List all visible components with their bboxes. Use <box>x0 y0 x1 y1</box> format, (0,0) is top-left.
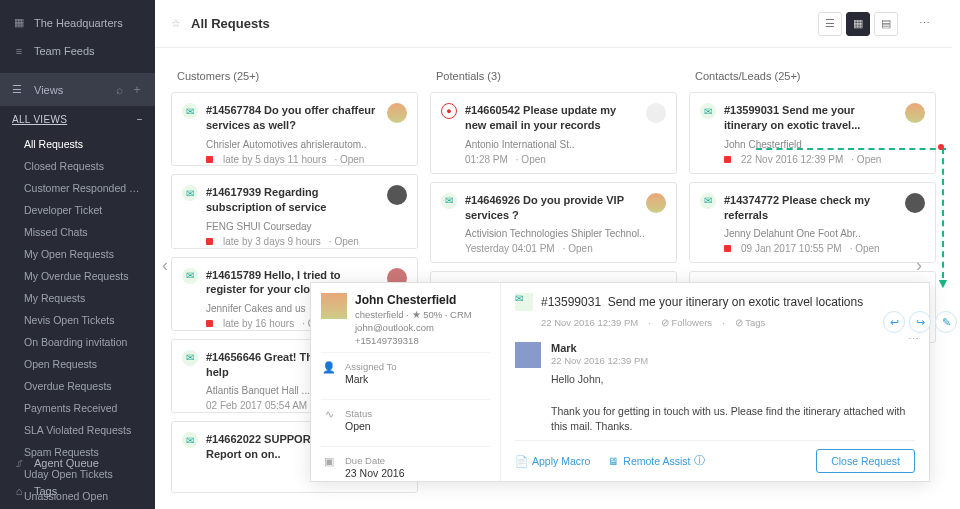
ticket-title: #13599031 Send me your itinerary on exot… <box>541 295 863 309</box>
ticket-footer: 📄 Apply Macro 🖥 Remote Assist ⓘ Close Re… <box>515 440 915 473</box>
view-item[interactable]: Payments Received <box>0 397 155 419</box>
reply-icon[interactable]: ↩ <box>883 311 905 333</box>
search-icon[interactable]: ⌕ <box>116 83 123 97</box>
sla-indicator-icon <box>206 320 213 327</box>
envelope-icon: ✉ <box>441 193 457 209</box>
card-meta: Antonio International St.. <box>441 139 666 150</box>
feed-icon: ≡ <box>12 45 26 57</box>
star-icon[interactable]: ☆ <box>171 17 181 30</box>
contact-email: john@outlook.com <box>355 322 472 333</box>
user-icon: 👤 <box>321 361 337 374</box>
sla-indicator-icon <box>724 156 731 163</box>
ticket-card[interactable]: ✉#14374772 Please check my referralsJenn… <box>689 182 936 264</box>
message-more-icon[interactable]: ⋯ <box>908 333 919 346</box>
view-item[interactable]: Nevis Open Tickets <box>0 309 155 331</box>
message-from: Mark <box>551 342 577 354</box>
remote-assist-button[interactable]: 🖥 Remote Assist ⓘ <box>608 454 705 468</box>
avatar <box>321 293 347 319</box>
views-header: ☰ Views ⌕ ＋ <box>0 73 155 106</box>
view-item[interactable]: On Boarding invitation <box>0 331 155 353</box>
card-title: #14617939 Regarding subscription of serv… <box>206 185 379 215</box>
card-footer: late by 5 days 11 hours· Open <box>182 154 407 165</box>
apply-macro-button[interactable]: 📄 Apply Macro <box>515 455 590 468</box>
conversation-panel: ✉ #13599031 Send me your itinerary on ex… <box>501 283 929 481</box>
avatar <box>646 193 666 213</box>
scroll-right-icon[interactable]: › <box>916 255 936 275</box>
team-feeds[interactable]: ≡Team Feeds <box>0 37 155 65</box>
ticket-card[interactable]: ✉#14646926 Do you provide VIP services ?… <box>430 182 677 264</box>
view-item[interactable]: SLA Violated Requests <box>0 419 155 441</box>
board-view-button[interactable]: ▦ <box>846 12 870 36</box>
callout-connector <box>756 148 946 150</box>
ticket-card[interactable]: ✉#13599031 Send me your itinerary on exo… <box>689 92 936 174</box>
calendar-icon: ▣ <box>321 455 337 468</box>
view-item[interactable]: Overdue Requests <box>0 375 155 397</box>
view-item[interactable]: All Requests <box>0 133 155 155</box>
grid-icon: ▦ <box>12 16 26 29</box>
envelope-icon: ✉ <box>700 103 716 119</box>
close-request-button[interactable]: Close Request <box>816 449 915 473</box>
classic-view-button[interactable]: ▤ <box>874 12 898 36</box>
ticket-card[interactable]: ✉#14617939 Regarding subscription of ser… <box>171 174 418 248</box>
view-item[interactable]: Developer Ticket <box>0 199 155 221</box>
view-item[interactable]: Open Requests <box>0 353 155 375</box>
all-views-link[interactable]: ALL VIEWS− <box>0 106 155 133</box>
ticket-actions: ↩ ↪ ✎ <box>883 311 957 333</box>
add-view-icon[interactable]: ＋ <box>131 81 143 98</box>
more-menu-icon[interactable]: ⋯ <box>912 12 936 36</box>
view-item[interactable]: Closed Requests <box>0 155 155 177</box>
contact-name: John Chesterfield <box>355 293 472 307</box>
envelope-icon: ✉ <box>182 103 198 119</box>
ticket-card[interactable]: ●#14660542 Please update my new email in… <box>430 92 677 174</box>
ticket-card[interactable]: ✉#14567784 Do you offer chaffeur service… <box>171 92 418 166</box>
envelope-icon: ✉ <box>182 268 198 284</box>
card-meta: FENG SHUI Courseday <box>182 221 407 232</box>
comment-icon[interactable]: ✎ <box>935 311 957 333</box>
view-item[interactable]: My Requests <box>0 287 155 309</box>
tags-nav[interactable]: ⌂Tags <box>0 477 155 505</box>
card-footer: 01:28 PM· Open <box>441 154 666 165</box>
list-view-button[interactable]: ☰ <box>818 12 842 36</box>
contact-meta: chesterfield · ★ 50% · CRM <box>355 309 472 320</box>
status-icon: ∿ <box>321 408 337 421</box>
avatar <box>515 342 541 368</box>
new-badge-icon: ● <box>441 103 457 119</box>
contact-phone: +15149739318 <box>355 335 472 346</box>
due-value[interactable]: 23 Nov 2016 <box>345 467 405 479</box>
avatar <box>905 103 925 123</box>
avatar <box>646 103 666 123</box>
org-switcher[interactable]: ▦The Headquarters <box>0 8 155 37</box>
view-item[interactable]: My Overdue Requests <box>0 265 155 287</box>
view-item[interactable]: Missed Chats <box>0 221 155 243</box>
envelope-icon: ✉ <box>515 293 533 311</box>
tags-link[interactable]: ⊘ Tags <box>735 317 766 328</box>
avatar <box>387 103 407 123</box>
tag-icon: ⌂ <box>12 485 26 497</box>
forward-icon[interactable]: ↪ <box>909 311 931 333</box>
column-header: Customers (25+) <box>171 64 418 92</box>
avatar <box>387 185 407 205</box>
column-header: Contacts/Leads (25+) <box>689 64 936 92</box>
arrow-down-icon: ▼ <box>936 275 950 291</box>
contact-panel: John Chesterfield chesterfield · ★ 50% ·… <box>311 283 501 481</box>
view-item[interactable]: My Open Requests <box>0 243 155 265</box>
view-item[interactable]: Customer Responded Requests <box>0 177 155 199</box>
followers-link[interactable]: ⊘ Followers <box>661 317 712 328</box>
queue-icon: ⎎ <box>12 457 26 469</box>
assigned-value[interactable]: Mark <box>345 373 397 385</box>
envelope-icon: ✉ <box>182 185 198 201</box>
message-time: 22 Nov 2016 12:39 PM <box>551 355 648 366</box>
agent-queue[interactable]: ⎎Agent Queue <box>0 449 155 477</box>
page-header: ☆ All Requests ☰ ▦ ▤ ⋯ <box>155 0 952 48</box>
sla-indicator-icon <box>206 238 213 245</box>
status-value[interactable]: Open <box>345 420 372 432</box>
notification-dot <box>938 144 944 150</box>
card-title: #14374772 Please check my referrals <box>724 193 897 223</box>
page-title: All Requests <box>191 16 270 31</box>
scroll-left-icon[interactable]: ‹ <box>162 255 182 275</box>
ticket-detail-panel: John Chesterfield chesterfield · ★ 50% ·… <box>310 282 930 482</box>
envelope-icon: ✉ <box>700 193 716 209</box>
card-footer: 09 Jan 2017 10:55 PM· Open <box>700 243 925 254</box>
card-title: #13599031 Send me your itinerary on exot… <box>724 103 897 133</box>
card-meta: Jenny Delahunt One Foot Abr.. <box>700 228 925 239</box>
